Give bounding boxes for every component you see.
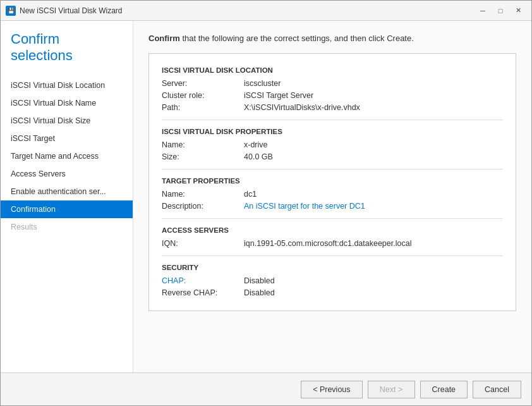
close-button[interactable]: ✕: [510, 4, 526, 17]
title-bar-controls: ─ □ ✕: [475, 4, 526, 17]
intro-suffix: that the following are the correct setti…: [180, 34, 414, 43]
wizard-content: Confirm selections iSCSI Virtual Disk Lo…: [1, 21, 531, 372]
row-disk-name: Name: x-drive: [162, 140, 503, 149]
row-server: Server: iscscluster: [162, 79, 503, 88]
label-cluster-role: Cluster role:: [162, 91, 244, 100]
row-cluster-role: Cluster role: iSCSI Target Server: [162, 91, 503, 100]
value-disk-name: x-drive: [244, 140, 268, 149]
value-cluster-role: iSCSI Target Server: [244, 91, 313, 100]
row-reverse-chap: Reverse CHAP: Disabled: [162, 288, 503, 297]
label-server: Server:: [162, 79, 244, 88]
row-chap: CHAP: Disabled: [162, 276, 503, 285]
sidebar-item-iscsi-virtual-disk-location[interactable]: iSCSI Virtual Disk Location: [1, 77, 133, 94]
value-reverse-chap: Disabled: [244, 288, 275, 297]
divider-3: [162, 218, 503, 219]
row-iqn: IQN: iqn.1991-05.com.microsoft:dc1.datak…: [162, 239, 503, 248]
sidebar-item-results: Results: [1, 218, 133, 236]
value-disk-size: 40.0 GB: [244, 152, 273, 161]
sidebar-item-target-name-and-access[interactable]: Target Name and Access: [1, 147, 133, 165]
sidebar-item-iscsi-target[interactable]: iSCSI Target: [1, 130, 133, 147]
main-panel: Confirm that the following are the corre…: [133, 21, 531, 372]
title-bar: 💾 New iSCSI Virtual Disk Wizard ─ □ ✕: [1, 1, 531, 21]
section-title-properties: ISCSI VIRTUAL DISK PROPERTIES: [162, 128, 503, 135]
next-button[interactable]: Next >: [368, 381, 415, 398]
title-bar-left: 💾 New iSCSI Virtual Disk Wizard: [6, 6, 122, 16]
section-title-target: TARGET PROPERTIES: [162, 177, 503, 185]
label-target-description: Description:: [162, 202, 244, 211]
window-icon: 💾: [6, 6, 16, 16]
create-button[interactable]: Create: [420, 381, 468, 398]
label-disk-name: Name:: [162, 140, 244, 149]
value-target-description: An iSCSI target for the server DC1: [244, 202, 365, 211]
value-target-name: dc1: [244, 190, 257, 199]
divider-1: [162, 120, 503, 120]
footer: < Previous Next > Create Cancel: [1, 372, 531, 405]
section-title-security: SECURITY: [162, 264, 503, 271]
row-target-description: Description: An iSCSI target for the ser…: [162, 202, 503, 211]
page-title: Confirm selections: [1, 31, 133, 77]
label-target-name: Name:: [162, 190, 244, 199]
value-server: iscscluster: [244, 79, 281, 88]
divider-4: [162, 255, 503, 256]
intro-text: Confirm that the following are the corre…: [148, 34, 516, 43]
value-iqn: iqn.1991-05.com.microsoft:dc1.datakeeper…: [244, 239, 411, 248]
row-target-name: Name: dc1: [162, 190, 503, 199]
wizard-window: 💾 New iSCSI Virtual Disk Wizard ─ □ ✕ Co…: [0, 0, 532, 406]
cancel-button[interactable]: Cancel: [473, 381, 521, 398]
label-reverse-chap: Reverse CHAP:: [162, 288, 244, 297]
sidebar-item-access-servers[interactable]: Access Servers: [1, 165, 133, 183]
row-path: Path: X:\iSCSIVirtualDisks\x-drive.vhdx: [162, 103, 503, 112]
sidebar-item-iscsi-virtual-disk-size[interactable]: iSCSI Virtual Disk Size: [1, 112, 133, 130]
intro-bold: Confirm: [148, 34, 180, 43]
sidebar-item-confirmation[interactable]: Confirmation: [1, 200, 133, 218]
maximize-button[interactable]: □: [492, 4, 509, 17]
sidebar-item-iscsi-virtual-disk-name[interactable]: iSCSI Virtual Disk Name: [1, 94, 133, 112]
row-disk-size: Size: 40.0 GB: [162, 152, 503, 161]
value-path: X:\iSCSIVirtualDisks\x-drive.vhdx: [244, 103, 360, 112]
label-path: Path:: [162, 103, 244, 112]
minimize-button[interactable]: ─: [475, 4, 491, 17]
label-disk-size: Size:: [162, 152, 244, 161]
window-title: New iSCSI Virtual Disk Wizard: [20, 6, 122, 15]
section-title-access: ACCESS SERVERS: [162, 226, 503, 234]
divider-2: [162, 169, 503, 169]
sidebar-item-enable-authentication[interactable]: Enable authentication ser...: [1, 183, 133, 200]
sidebar: Confirm selections iSCSI Virtual Disk Lo…: [1, 21, 133, 372]
section-title-location: ISCSI VIRTUAL DISK LOCATION: [162, 66, 503, 74]
label-chap: CHAP:: [162, 276, 244, 285]
value-chap: Disabled: [244, 276, 275, 285]
previous-button[interactable]: < Previous: [301, 381, 362, 398]
summary-box: ISCSI VIRTUAL DISK LOCATION Server: iscs…: [148, 53, 516, 311]
label-iqn: IQN:: [162, 239, 244, 248]
